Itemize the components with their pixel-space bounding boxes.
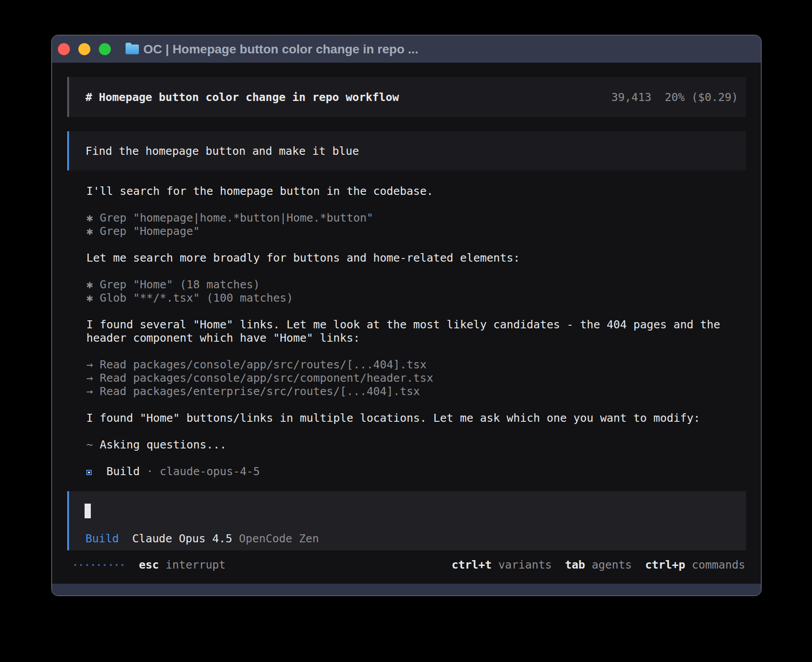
assistant-text: Let me search more broadly for buttons a…	[86, 251, 720, 265]
user-message: Find the homepage button and make it blu…	[67, 131, 746, 170]
blank	[86, 398, 720, 412]
user-message-text: Find the homepage button and make it blu…	[69, 145, 359, 157]
model-info-line: Build Claude Opus 4.5 OpenCode Zen	[85, 532, 319, 545]
status-text: ~ Asking questions...	[86, 438, 720, 452]
progress-dot	[92, 564, 94, 566]
tool-call-read: → Read packages/console/app/src/routes/[…	[86, 358, 720, 371]
agent-task: Build · claude-opus-4-5	[86, 465, 720, 478]
blank	[86, 305, 720, 318]
session-stats: 39,413 20% ($0.29)	[611, 91, 746, 104]
tool-call-grep: ✱ Grep "Home" (18 matches)	[86, 278, 720, 291]
window-bottom-strip	[52, 584, 761, 595]
progress-dot	[86, 564, 88, 566]
blank	[86, 425, 720, 438]
tool-call-grep: ✱ Grep "Homepage"	[86, 225, 720, 238]
assistant-text: I found several "Home" links. Let me loo…	[86, 318, 720, 331]
progress-dot	[122, 564, 123, 566]
window-title: OC | Homepage button color change in rep…	[143, 42, 418, 57]
session-title: # Homepage button color change in repo w…	[69, 91, 399, 104]
assistant-text: header component which have "Home" links…	[86, 331, 720, 345]
session-header: # Homepage button color change in repo w…	[67, 77, 746, 117]
zoom-button[interactable]	[99, 43, 111, 55]
esc-hint: esc interrupt	[139, 558, 226, 572]
blank	[86, 345, 720, 358]
hint-key: ctrl+p	[645, 558, 685, 571]
progress-dot	[116, 564, 118, 566]
progress-dot	[104, 564, 106, 566]
blank	[86, 265, 720, 278]
provider-label: OpenCode Zen	[239, 532, 319, 545]
text-cursor	[85, 504, 91, 518]
mode-label: Build	[85, 532, 119, 545]
terminal-content: # Homepage button color change in repo w…	[52, 63, 761, 595]
status-bar: esc interrupt ctrl+t variants tab agents…	[52, 558, 761, 572]
hint-key: tab	[565, 558, 585, 571]
progress-dot	[74, 564, 76, 566]
hint-label: variants	[492, 558, 565, 571]
transcript: I'll search for the homepage button in t…	[86, 185, 720, 478]
hint-label: agents	[585, 558, 645, 571]
window-titlebar[interactable]: OC | Homepage button color change in rep…	[52, 36, 761, 63]
tool-call-grep: ✱ Grep "homepage|home.*button|Home.*butt…	[86, 211, 720, 225]
close-button[interactable]	[58, 43, 70, 55]
assistant-text: I found "Home" buttons/links in multiple…	[86, 412, 720, 425]
progress-dot	[80, 564, 82, 566]
blank	[86, 238, 720, 251]
terminal-window: OC | Homepage button color change in rep…	[51, 35, 762, 596]
minimize-button[interactable]	[78, 43, 90, 55]
progress-dot	[110, 564, 112, 566]
hint-key: ctrl+t	[452, 558, 492, 571]
model-label: Claude Opus 4.5	[132, 532, 232, 545]
keyboard-hints: ctrl+t variants tab agents ctrl+p comman…	[452, 558, 745, 572]
tool-call-read: → Read packages/enterprise/src/routes/[.…	[86, 385, 720, 398]
tool-call-read: → Read packages/console/app/src/componen…	[86, 371, 720, 385]
blank	[86, 198, 720, 211]
tool-call-glob: ✱ Glob "**/*.tsx" (100 matches)	[86, 291, 720, 305]
folder-icon	[126, 44, 139, 54]
hint-label: commands	[685, 558, 745, 571]
progress-dots	[74, 564, 123, 566]
progress-dot	[98, 564, 100, 566]
assistant-text: I'll search for the homepage button in t…	[86, 185, 720, 198]
blank	[86, 452, 720, 465]
agent-build-icon	[86, 470, 92, 475]
